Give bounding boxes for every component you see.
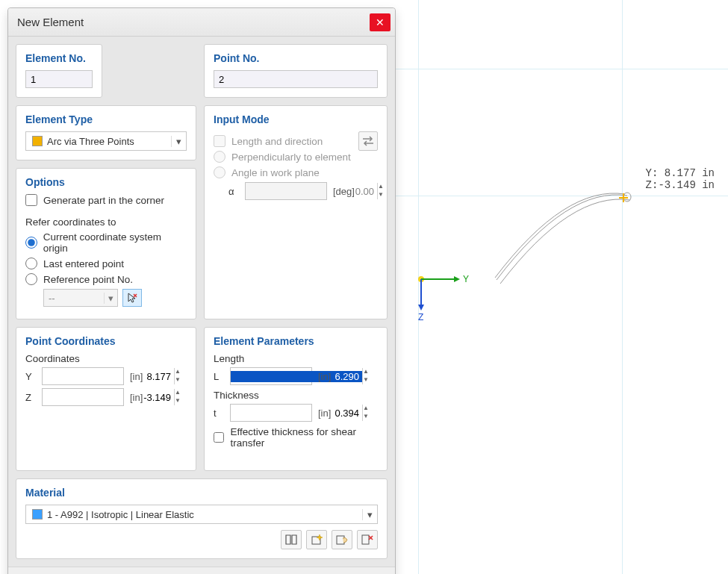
panel-point-coordinates: Point Coordinates Coordinates Y ▲▼ [in] … bbox=[16, 327, 196, 471]
direction-mode-button[interactable] bbox=[358, 131, 378, 151]
refer-current-radio[interactable]: Current coordinate system origin bbox=[25, 231, 187, 254]
material-value: 1 - A992 | Isotropic | Linear Elastic bbox=[47, 509, 362, 520]
pick-cursor-icon bbox=[126, 292, 138, 304]
viewport-3d[interactable]: Y Z Y: 8.177 in Z:-3.149 in bbox=[396, 0, 728, 574]
refer-label: Refer coordinates to bbox=[25, 216, 187, 228]
angle-radio: Angle in work plane bbox=[214, 166, 358, 178]
svg-text:Z: Z bbox=[418, 312, 423, 322]
chevron-down-icon: ▾ bbox=[171, 136, 186, 147]
svg-marker-8 bbox=[418, 305, 424, 311]
close-icon: ✕ bbox=[376, 16, 385, 28]
input-mode-label: Input Mode bbox=[214, 113, 378, 125]
length-sublabel: Length bbox=[214, 353, 378, 364]
alpha-input: ▲▼ bbox=[245, 182, 327, 200]
t-label: t bbox=[214, 408, 224, 419]
refer-refpoint-radio[interactable]: Reference point No. bbox=[25, 273, 187, 285]
alpha-label: α bbox=[228, 186, 239, 197]
close-button[interactable]: ✕ bbox=[370, 13, 391, 31]
dialog-footer: ? Cancel Apply bbox=[8, 567, 395, 574]
material-swatch bbox=[32, 509, 43, 520]
panel-material: Material 1 - A992 | Isotropic | Linear E… bbox=[16, 478, 388, 559]
element-type-label: Element Type bbox=[25, 113, 187, 125]
coordinates-sublabel: Coordinates bbox=[25, 353, 187, 364]
svg-rect-14 bbox=[362, 535, 369, 544]
panel-options: Options Generate part in the corner Refe… bbox=[16, 168, 196, 319]
element-type-dropdown[interactable]: Arc via Three Points ▾ bbox=[25, 131, 187, 151]
panel-element-type: Element Type Arc via Three Points ▾ bbox=[16, 105, 196, 160]
thickness-sublabel: Thickness bbox=[214, 390, 378, 401]
element-no-label: Element No. bbox=[25, 52, 93, 64]
panel-element-no: Element No. bbox=[16, 44, 102, 98]
material-delete-pick-button[interactable] bbox=[357, 530, 378, 549]
book-icon bbox=[284, 534, 298, 546]
l-label: L bbox=[214, 371, 224, 382]
dialog-title: New Element bbox=[17, 16, 370, 28]
svg-text:Y: Y bbox=[463, 274, 469, 284]
chevron-down-icon: ▾ bbox=[362, 509, 377, 520]
point-no-label: Point No. bbox=[214, 52, 378, 64]
point-coords-label: Point Coordinates bbox=[25, 335, 187, 347]
axes-triad: Y Z bbox=[417, 270, 469, 322]
pick-point-button[interactable] bbox=[122, 289, 142, 307]
y-label: Y bbox=[25, 371, 36, 382]
generate-part-checkbox[interactable]: Generate part in the corner bbox=[25, 194, 187, 206]
swap-horizontal-icon bbox=[361, 136, 375, 146]
panel-input-mode: Input Mode Length and direction Perpendi… bbox=[204, 105, 388, 319]
element-type-value: Arc via Three Points bbox=[47, 136, 171, 147]
material-edit-button[interactable] bbox=[332, 530, 352, 549]
new-element-dialog: New Element ✕ Element No. Point No. Elem… bbox=[7, 7, 396, 574]
y-input[interactable]: ▲▼ bbox=[42, 367, 124, 385]
svg-point-0 bbox=[623, 193, 631, 202]
new-sparkle-icon bbox=[310, 534, 323, 546]
panel-point-no: Point No. bbox=[204, 44, 388, 98]
elem-params-label: Element Parameters bbox=[214, 335, 378, 347]
length-input[interactable]: ▲▼ bbox=[230, 367, 312, 385]
length-direction-checkbox: Length and direction bbox=[214, 135, 358, 147]
z-input[interactable]: ▲▼ bbox=[42, 388, 124, 406]
pick-delete-icon bbox=[361, 534, 374, 546]
chevron-down-icon: ▾ bbox=[104, 293, 117, 304]
cursor-readout: Y: 8.177 in Z:-3.149 in bbox=[646, 167, 715, 191]
element-no-input[interactable] bbox=[25, 70, 93, 88]
dialog-titlebar[interactable]: New Element ✕ bbox=[8, 8, 395, 37]
panel-element-parameters: Element Parameters Length L ▲▼ [in] Thic… bbox=[204, 327, 388, 471]
material-library-button[interactable] bbox=[281, 530, 302, 549]
perpendicular-radio: Perpendicularly to element bbox=[214, 151, 358, 163]
material-dropdown[interactable]: 1 - A992 | Isotropic | Linear Elastic ▾ bbox=[25, 505, 378, 524]
refer-last-radio[interactable]: Last entered point bbox=[25, 258, 187, 269]
edit-hand-icon bbox=[335, 534, 349, 546]
point-no-input[interactable] bbox=[214, 70, 378, 88]
material-new-button[interactable] bbox=[306, 530, 327, 549]
options-label: Options bbox=[25, 176, 187, 188]
reference-point-dropdown[interactable]: -- ▾ bbox=[43, 289, 118, 307]
z-label: Z bbox=[25, 392, 36, 403]
effective-thickness-checkbox[interactable]: Effective thickness for shear transfer bbox=[214, 426, 378, 449]
material-label: Material bbox=[25, 487, 378, 499]
thickness-input[interactable]: ▲▼ bbox=[230, 404, 312, 422]
element-type-swatch bbox=[32, 136, 43, 146]
svg-marker-5 bbox=[454, 276, 460, 282]
